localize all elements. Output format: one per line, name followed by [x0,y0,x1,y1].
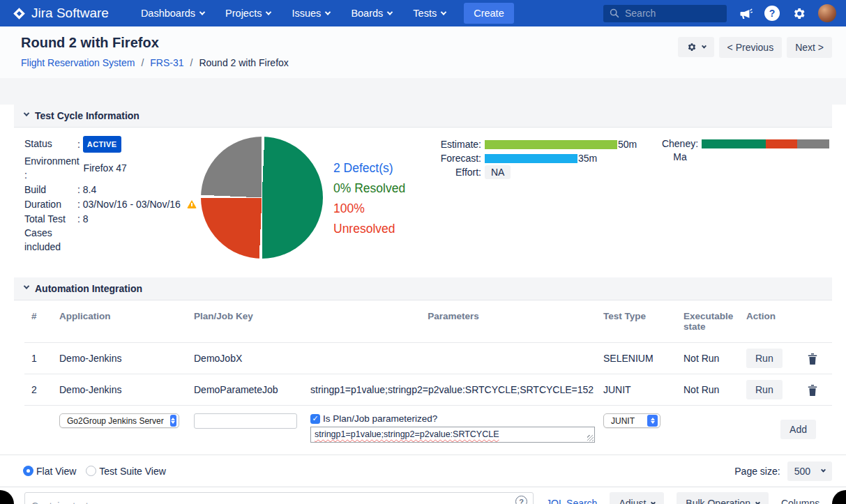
cell-test-type: JUNIT [596,384,677,395]
breadcrumb-issue-link[interactable]: FRS-31 [150,57,183,68]
chevron-down-icon [441,9,446,15]
search-icon [610,8,619,18]
search-input[interactable] [625,8,751,19]
page-background-band [0,78,846,105]
chevron-down-icon [387,9,393,15]
avatar[interactable] [818,4,836,22]
section-automation-integration[interactable]: Automation Integration [14,277,832,300]
cell-executable-state: Not Run [677,353,739,364]
chevron-down-icon [266,9,271,15]
server-select[interactable]: Go2Group Jenkins Server [59,413,179,428]
flat-view-radio[interactable]: Flat View [23,466,76,477]
bulk-operation-button[interactable]: Bulk Operation [677,492,769,504]
nav-item-projects[interactable]: Projects [225,8,271,19]
jira-logo-text: Jira Software [31,6,109,21]
gear-icon[interactable] [792,6,806,21]
add-automation-row: Go2Group Jenkins Server ✓ Is Plan/Job pa… [24,405,832,455]
test-cycle-info-body: Status : ACTIVE Environment : Firefox 47… [0,128,846,277]
run-button[interactable]: Run [746,380,783,399]
col-executable-state: Executable state [677,311,739,332]
col-application: Application [52,311,187,321]
global-search[interactable] [603,5,727,22]
radio-selected-icon [23,466,33,476]
page-size-label: Page size: [734,466,780,477]
tester-name-label: Cheney: Ma [658,137,702,164]
duration-value: 03/Nov/16 - 03/Nov/16 [83,199,181,210]
chevron-down-icon [755,500,760,504]
estimate-value: 50m [618,139,637,150]
effort-label: Effort: [424,167,481,178]
cell-executable-state: Not Run [677,384,739,395]
nav-item-tests[interactable]: Tests [413,8,446,19]
table-row: 2 Demo-Jenkins DemoParameteJob stringp1=… [24,374,832,405]
radio-unselected-icon [86,466,96,476]
duration-label: Duration [24,197,73,211]
unresolved-percent: 100% Unresolved [333,199,421,239]
breadcrumb-current: Round 2 with Firefox [199,57,288,68]
jql-search-link[interactable]: JQL Search [546,498,597,504]
forecast-label: Forecast: [424,153,481,164]
jira-logo[interactable]: Jira Software [13,6,109,21]
col-num: # [24,311,52,321]
section-test-cycle-information[interactable]: Test Cycle Information [14,105,832,128]
forecast-value: 35m [578,153,597,164]
parameterized-label: Is Plan/Job parameterized? [323,413,437,424]
nav-item-issues[interactable]: Issues [292,8,330,19]
contains-text-input[interactable] [24,492,534,504]
help-icon[interactable]: ? [764,6,780,21]
trash-icon[interactable] [808,385,817,396]
view-toggle-row: Flat View Test Suite View Page size: 500 [0,455,846,487]
status-badge: ACTIVE [83,136,121,153]
nav-item-dashboards[interactable]: Dashboards [141,8,204,19]
defects-pie [201,137,323,259]
cycle-settings-button[interactable] [678,37,714,57]
help-icon[interactable]: ? [515,496,527,504]
forecast-bar-fill [485,154,577,163]
next-button[interactable]: Next > [787,37,832,58]
page-title: Round 2 with Firefox [21,35,289,51]
cell-application: Demo-Jenkins [52,353,187,364]
nav-item-boards[interactable]: Boards [351,8,392,19]
select-spinner-icon [647,415,658,427]
col-parameters: Parameters [303,311,596,321]
columns-button[interactable]: Columns [781,498,819,504]
test-type-select[interactable]: JUNIT [603,413,660,428]
build-label: Build [24,183,73,197]
test-suite-view-radio[interactable]: Test Suite View [86,466,165,477]
section-title: Test Cycle Information [35,110,139,121]
trash-icon[interactable] [808,353,817,365]
col-test-type: Test Type [596,311,677,321]
status-label: Status [24,137,73,153]
cell-parameters: stringp1=p1value;stringp2=p2value:SRTCYC… [303,384,596,395]
megaphone-icon[interactable] [739,6,753,20]
warning-icon [187,200,197,208]
chevron-down-icon [24,110,29,116]
cell-application: Demo-Jenkins [52,384,187,395]
parameterized-checkbox[interactable]: ✓ [310,414,320,424]
jira-diamond-icon [13,7,26,20]
breadcrumb-project-link[interactable]: Flight Reservation System [21,57,135,68]
build-value: 8.4 [83,184,96,195]
cell-test-type: SELENIUM [596,353,677,364]
chevron-down-icon [325,9,331,15]
page-header: Round 2 with Firefox Flight Reservation … [0,26,846,78]
top-navbar: Jira Software Dashboards Projects Issues… [0,0,846,26]
create-button[interactable]: Create [464,3,514,24]
add-button[interactable]: Add [780,420,816,439]
adjust-button[interactable]: Adjust [610,492,664,504]
plan-job-key-input[interactable] [194,413,297,429]
environment-label: Environment : [24,154,80,182]
page-size-select[interactable]: 500 [787,461,832,481]
col-plan-job-key: Plan/Job Key [187,311,303,321]
run-button[interactable]: Run [746,349,783,368]
parameters-textarea[interactable]: stringp1=p1value;stringp2=p2value:SRTCYC… [310,427,595,443]
automation-table: # Application Plan/Job Key Parameters Te… [24,300,832,455]
cell-plan-job-key: DemoParameteJob [187,384,303,395]
defects-count-link[interactable]: 2 Defect(s) [333,158,421,178]
effort-value: NA [485,165,511,179]
effort-block: Estimate: 50m Forecast: 35m Effort: NA [424,137,637,179]
chevron-down-icon [24,283,29,289]
tester-progress-bar [702,139,829,148]
total-test-cases-label: Total Test Cases included [24,212,73,254]
previous-button[interactable]: < Previous [719,37,783,58]
